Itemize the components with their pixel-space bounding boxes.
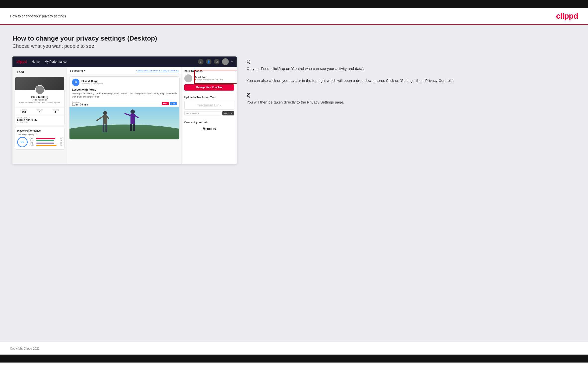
latest-activity-label: Latest Activity <box>17 117 62 119</box>
top-bar <box>0 0 588 8</box>
bar-label: APP <box>30 140 35 142</box>
app-right-panel: Your Coaches David Ford 📍 Royal North De… <box>182 67 237 164</box>
avatar-chevron-icon: ▾ <box>231 60 233 63</box>
post-author-name: Blair McHarg <box>81 80 103 83</box>
tag-ott: OTT <box>162 102 169 105</box>
coaches-section: Your Coaches David Ford 📍 Royal North De… <box>182 67 237 93</box>
post-card: B Blair McHarg Yesterday · Sunningdale L… <box>69 76 180 140</box>
svg-rect-4 <box>103 124 104 132</box>
bar-fill <box>36 143 54 144</box>
svg-point-8 <box>131 109 135 114</box>
bar-label: OTT <box>30 138 35 139</box>
app-nav-home[interactable]: Home <box>32 60 40 63</box>
bar-value: 85 <box>58 140 62 142</box>
app-logo: clippd <box>16 60 27 64</box>
bottom-bar <box>0 355 588 363</box>
duration-value: 01 hr : 30 min <box>72 103 88 106</box>
instruction-2: 2) You will then be taken directly to th… <box>247 93 576 105</box>
following-button[interactable]: Following ▾ <box>70 69 85 72</box>
manage-coaches-button[interactable]: Manage Your Coaches <box>184 84 234 91</box>
connect-title: Connect your data <box>184 121 234 124</box>
profile-avatar-img <box>35 85 45 95</box>
footer-copyright: Copyright Clippd 2022 <box>10 347 40 350</box>
perf-title: Player Performance <box>17 129 62 132</box>
quality-bars: OTT 90 APP 85 ARG 86 PUTT <box>30 138 62 147</box>
svg-point-1 <box>69 125 179 139</box>
quality-bar-row: OTT 90 <box>30 138 62 139</box>
avatar[interactable] <box>222 58 229 65</box>
plus-icon[interactable]: ⊕ <box>214 59 219 64</box>
coach-avatar <box>184 74 192 82</box>
stat-activities-value: 131 <box>20 111 27 114</box>
trackman-input[interactable] <box>184 111 221 115</box>
instruction-2-number: 2) <box>247 93 576 98</box>
instruction-2-text: You will then be taken directly to the P… <box>247 99 576 105</box>
duration-tags: OTT APP <box>162 102 177 105</box>
site-logo: clippd <box>556 11 578 21</box>
bar-track <box>36 143 57 144</box>
app-feed: Following ▾ Control who can see your act… <box>67 67 182 164</box>
player-performance: Player Performance Total Player Quality … <box>15 127 65 150</box>
instruction-1: 1) On your Feed, click/tap on 'Control w… <box>247 59 576 84</box>
latest-activity-date: 03 Aug 2022 <box>17 121 62 123</box>
coaches-title: Your Coaches <box>184 69 234 72</box>
page-title: How to change your privacy settings (Des… <box>12 35 576 42</box>
stat-followers-label: Followers <box>36 109 43 111</box>
app-mockup: clippd Home My Performance ⌕ 👤 ⊕ ▾ Feed <box>12 56 237 164</box>
bar-fill <box>36 140 54 141</box>
stat-followers: Followers 3 <box>36 109 43 114</box>
stat-following-value: 4 <box>52 111 59 114</box>
profile-card: Blair McHarg Plus Handicap Royal North D… <box>15 77 65 125</box>
user-icon[interactable]: 👤 <box>206 59 211 64</box>
page-subtitle: Choose what you want people to see <box>12 43 576 49</box>
post-meta: Blair McHarg Yesterday · Sunningdale <box>81 80 103 85</box>
duration-info: Duration 01 hr : 30 min <box>72 101 88 106</box>
instructions-col: 1) On your Feed, click/tap on 'Control w… <box>247 56 576 114</box>
quality-label: Total Player Quality ⓘ <box>17 133 62 136</box>
app-nav-right: ⌕ 👤 ⊕ ▾ <box>198 58 233 65</box>
profile-banner <box>15 77 64 90</box>
trackman-placeholder: Trackman Link <box>184 101 234 110</box>
chevron-down-icon: ▾ <box>84 69 85 72</box>
post-image <box>69 107 179 139</box>
post-author-avatar: B <box>72 79 79 86</box>
app-body: Feed Blair McHarg Plus Handicap Royal No… <box>12 67 237 164</box>
coach-name: David Ford <box>194 76 223 79</box>
site-header: How to change your privacy settings clip… <box>0 8 588 25</box>
coach-info: David Ford 📍 Royal North Devon Golf Club <box>194 76 223 81</box>
feed-tab[interactable]: Feed <box>15 69 65 75</box>
trackman-input-row: Add Link <box>184 111 234 115</box>
search-icon[interactable]: ⌕ <box>198 59 203 64</box>
coach-item: David Ford 📍 Royal North Devon Golf Club <box>184 74 234 82</box>
breadcrumb: How to change your privacy settings <box>10 14 66 18</box>
profile-name: Blair McHarg <box>17 96 62 99</box>
add-link-button[interactable]: Add Link <box>222 111 234 115</box>
app-nav-performance[interactable]: My Performance <box>45 60 66 63</box>
connect-section: Connect your data Arccos <box>182 118 237 135</box>
trackman-section: Upload a Trackman Test Trackman Link Add… <box>182 93 237 118</box>
site-footer: Copyright Clippd 2022 <box>0 342 588 355</box>
latest-activity-title: Lesson with Fordy <box>17 119 62 121</box>
latest-activity: Latest Activity Lesson with Fordy 03 Aug… <box>15 115 64 125</box>
post-date: Yesterday · Sunningdale <box>81 83 103 85</box>
bar-value: 86 <box>58 142 62 144</box>
stat-followers-value: 3 <box>36 111 43 114</box>
bar-value: 96 <box>58 144 62 146</box>
bar-label: PUTT <box>30 144 35 146</box>
instruction-1-number: 1) <box>247 59 576 64</box>
feed-header: Following ▾ Control who can see your act… <box>67 67 182 74</box>
tag-app: APP <box>170 102 177 105</box>
main-content: How to change your privacy settings (Des… <box>0 25 588 342</box>
post-description: Looking to feel like my hands are exitin… <box>69 92 179 100</box>
svg-rect-9 <box>131 114 135 124</box>
bar-fill <box>36 145 57 146</box>
quality-score: 92 <box>17 137 28 147</box>
stat-following-label: Following <box>52 109 59 111</box>
profile-handicap: Plus Handicap <box>17 99 62 101</box>
control-privacy-link[interactable]: Control who can see your activity and da… <box>136 69 179 72</box>
coach-club: 📍 Royal North Devon Golf Club <box>194 79 223 81</box>
duration-label: Duration <box>72 101 88 103</box>
stat-activities: Activities 131 <box>20 109 27 114</box>
trackman-title: Upload a Trackman Test <box>184 96 234 99</box>
instruction-1-text: On your Feed, click/tap on 'Control who … <box>247 66 576 84</box>
